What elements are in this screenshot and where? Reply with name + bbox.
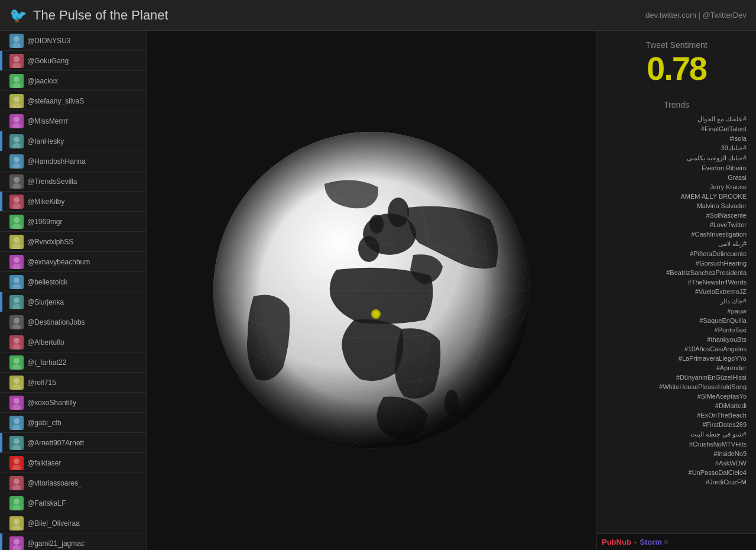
user-list[interactable]: @DIONYSU3@GokuGang@jaackxx@stefaany_silv… <box>0 31 147 550</box>
avatar <box>9 74 24 88</box>
svg-point-9 <box>12 123 21 128</box>
trend-item[interactable]: #isola <box>606 134 747 143</box>
user-item[interactable]: @bellestoick <box>0 272 146 292</box>
svg-point-39 <box>12 425 21 430</box>
user-item[interactable]: @t_farhat22 <box>0 352 146 373</box>
trend-item[interactable]: #DünyanınEnGüzelHissi <box>606 373 747 382</box>
username: @Albertuflo <box>27 338 64 347</box>
avatar <box>9 255 24 269</box>
svg-point-28 <box>14 318 20 323</box>
header-left: 🐦 The Pulse of the Planet <box>9 7 168 24</box>
trend-item[interactable]: #WhiteHousePleaseHoldSong <box>606 382 747 392</box>
user-item[interactable]: @HamdoshHanna <box>0 151 146 172</box>
trend-item[interactable]: #SolNascente <box>606 211 747 220</box>
trend-item[interactable]: #GorsuchHearing <box>606 258 747 268</box>
trend-item[interactable]: #SaqueEnQuilla <box>606 316 747 325</box>
trend-item[interactable]: علقتك مع الجوال# <box>606 114 747 124</box>
svg-point-32 <box>14 358 20 364</box>
header-title: The Pulse of the Planet <box>33 8 168 23</box>
trend-item[interactable]: جاك دالر# <box>606 296 747 306</box>
svg-point-2 <box>14 56 20 62</box>
trend-item[interactable]: #FirstDates289 <box>606 420 747 429</box>
user-item[interactable]: @IanHesky <box>0 131 146 151</box>
avatar <box>9 396 24 410</box>
trend-item[interactable]: #VueloExtremoJZ <box>606 287 747 296</box>
user-item[interactable]: @stefaany_silvaS <box>0 91 146 111</box>
username: @MikeKilby <box>27 198 65 206</box>
user-item[interactable]: @RvndxlphSS <box>0 232 146 252</box>
trend-item[interactable]: #CrushsNoMTVHits <box>606 439 747 449</box>
user-item[interactable]: @MikeKilby <box>0 192 146 212</box>
trend-item[interactable]: AMÉM ALLY BROOKE <box>606 192 747 201</box>
username: @Biiel_Oliveiraa <box>27 519 80 528</box>
user-item[interactable]: @gabi_cfb <box>0 413 146 433</box>
user-item[interactable]: @FariskaLF <box>0 493 146 513</box>
svg-point-5 <box>12 83 21 88</box>
trend-item[interactable]: Jerry Krause <box>606 182 747 192</box>
trend-item[interactable]: #LaPrimaveraLlegoYYo <box>606 354 747 363</box>
trend-item[interactable]: حياتك39# <box>606 143 747 153</box>
user-item[interactable]: @1969mgr <box>0 212 146 232</box>
trend-item[interactable]: Malvino Salvador <box>606 201 747 211</box>
user-item[interactable]: @MissMerrrr <box>0 111 146 131</box>
avatar <box>9 54 24 68</box>
avatar <box>9 355 24 370</box>
trend-item[interactable]: #CashInvestigation <box>606 229 747 239</box>
right-panel: Tweet Sentiment 0.78 Trends علقتك مع الج… <box>596 31 756 550</box>
trend-item[interactable]: #InsideNo9 <box>606 449 747 458</box>
trend-item[interactable]: #PuntoTaxi <box>606 325 747 335</box>
user-item[interactable]: @vitoriassoares_ <box>0 473 146 493</box>
trend-item[interactable]: #PiñeraDelincuente <box>606 249 747 258</box>
trend-item[interactable]: ربله لامى# <box>606 239 747 249</box>
avatar <box>9 94 24 108</box>
svg-point-37 <box>12 405 21 410</box>
user-item[interactable]: @exnavybeachbum <box>0 252 146 272</box>
trend-item[interactable]: Everton Ribeiro <box>606 163 747 173</box>
user-item[interactable]: @Albertuflo <box>0 332 146 352</box>
trend-item[interactable]: حياتك الزوجيه يكلمنى# <box>606 153 747 163</box>
trend-item[interactable]: #ExOnTheBeach <box>606 410 747 420</box>
user-item[interactable]: @DIONYSU3 <box>0 31 146 51</box>
svg-point-23 <box>12 264 21 269</box>
trend-item[interactable]: #BeatrizSanchezPresidenta <box>606 268 747 277</box>
user-item[interactable]: @Slurjenka <box>0 292 146 312</box>
trend-item[interactable]: #TheNewsIn4Words <box>606 277 747 287</box>
svg-point-16 <box>14 197 20 203</box>
svg-point-3 <box>12 63 21 68</box>
username: @DestinationJobs <box>27 318 85 326</box>
trend-item[interactable]: #Aprender <box>606 363 747 373</box>
trend-item[interactable]: #pauw <box>606 306 747 316</box>
svg-point-47 <box>12 505 21 510</box>
trend-item[interactable]: #UnPassoDalCielo4 <box>606 468 747 477</box>
avatar <box>9 496 24 510</box>
username: @vitoriassoares_ <box>27 479 82 487</box>
svg-point-41 <box>12 445 21 450</box>
svg-point-24 <box>14 277 20 283</box>
username: @exnavybeachbum <box>27 258 90 266</box>
user-item[interactable]: @Biiel_Oliveiraa <box>0 513 146 533</box>
avatar <box>9 34 24 48</box>
trend-item[interactable]: #JordiCruzFM <box>606 477 747 487</box>
trend-item[interactable]: #thankyouBts <box>606 335 747 344</box>
trend-item[interactable]: #DiMartedi <box>606 401 747 410</box>
user-item[interactable]: @gami21_jagmac <box>0 533 146 550</box>
user-item[interactable]: @jaackxx <box>0 71 146 91</box>
trend-item[interactable]: شنو في جنطه البنت# <box>606 429 747 439</box>
svg-point-49 <box>12 525 21 530</box>
username: @RvndxlphSS <box>27 238 73 246</box>
user-item[interactable]: @DestinationJobs <box>0 312 146 332</box>
svg-point-31 <box>12 344 21 350</box>
trend-item[interactable]: #SiMeAceptasYo <box>606 392 747 401</box>
trend-item[interactable]: #10AñosCasiAngeles <box>606 344 747 354</box>
user-item[interactable]: @faiktaser <box>0 453 146 473</box>
trend-item[interactable]: #AskWDW <box>606 458 747 468</box>
user-item[interactable]: @TrendsSevilla <box>0 172 146 192</box>
trend-item[interactable]: #LoveTwitter <box>606 220 747 229</box>
user-item[interactable]: @Arnett907Arnett <box>0 433 146 453</box>
user-item[interactable]: @GokuGang <box>0 51 146 71</box>
trend-item[interactable]: #FinalGotTalent <box>606 124 747 134</box>
user-item[interactable]: @rolf715 <box>0 373 146 393</box>
svg-point-4 <box>14 76 20 82</box>
user-item[interactable]: @xoxoShantilly <box>0 393 146 413</box>
trend-item[interactable]: Grassi <box>606 173 747 182</box>
